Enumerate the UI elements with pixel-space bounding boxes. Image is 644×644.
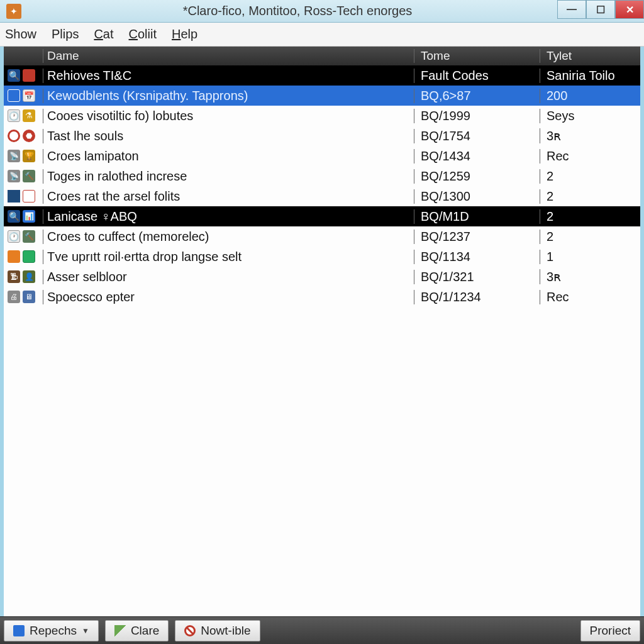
chart-icon (23, 210, 35, 223)
nowtible-button[interactable]: Nowt-ible (175, 620, 260, 641)
menu-cat[interactable]: Cat (94, 27, 113, 42)
menu-coliit[interactable]: Coliit (129, 27, 157, 42)
table-row[interactable]: Toges in ralothed increseBQ/12592 (4, 166, 640, 186)
row-name: Rehioves TI&C (43, 69, 414, 83)
project-button[interactable]: Proriect (580, 620, 640, 641)
clock-icon (8, 230, 20, 243)
table-row[interactable]: Tast lhe soulsBQ/17543ʀ (4, 126, 640, 146)
row-name: Kewodblents (Krsnipathy. Tapprons) (43, 89, 414, 103)
menu-help[interactable]: Help (172, 27, 197, 42)
menu-show[interactable]: Show (5, 27, 36, 42)
trophy-icon (23, 150, 35, 162)
green-icon (23, 250, 35, 263)
row-name: Cooes visotiltic fo) lobutes (43, 109, 414, 123)
row-tylet: Rec (540, 149, 640, 164)
row-icons (4, 69, 43, 82)
table-row[interactable]: Croes to cuffect (memorelec)BQ/12372 (4, 226, 640, 247)
row-icons (4, 109, 43, 122)
printer-icon (8, 291, 20, 303)
statusbar: Repechs ▼ Clare Nowt-ible Proriect (0, 616, 644, 644)
table-row[interactable]: Tve uprıtt roil·ertta drop langse seltBQ… (4, 247, 640, 267)
row-tylet: Seys (540, 109, 640, 123)
repechs-label: Repechs (30, 624, 77, 638)
row-tome: BQ/1134 (414, 250, 540, 264)
row-icons (4, 130, 43, 142)
row-name: Croes rat the arsel folits (43, 189, 414, 204)
col-tome-header[interactable]: Tome (414, 49, 540, 63)
row-name: Croes lamipaton (43, 149, 414, 164)
menu-plips[interactable]: Plips (52, 27, 79, 42)
project-label: Proriect (590, 624, 631, 638)
bluebar-icon (8, 190, 20, 203)
table-row[interactable]: Cooes visotiltic fo) lobutesBQ/1999Seys (4, 106, 640, 126)
content-area: Dame Tome Tylet Rehioves TI&CFault Codes… (0, 47, 644, 616)
row-tylet: 2 (540, 169, 640, 184)
row-name: Asser selbloor (43, 270, 414, 284)
row-icons (4, 291, 43, 303)
redcirc-icon (8, 130, 20, 142)
row-tome: Fault Codes (414, 69, 540, 83)
clare-button[interactable]: Clare (105, 620, 169, 641)
flask-icon (23, 109, 35, 122)
row-icons (4, 150, 43, 162)
dropdown-caret-icon: ▼ (82, 626, 89, 635)
row-tome: BQ/1/1234 (414, 290, 540, 304)
minimize-button[interactable]: — (557, 0, 586, 19)
row-tome: BQ/1237 (414, 230, 540, 244)
row-icons (4, 170, 43, 182)
app-window: *Claro-fico, Montitoo, Ross-Tech enorges… (0, 0, 644, 644)
nowtible-label: Nowt-ible (201, 624, 250, 638)
row-tome: BQ/1300 (414, 189, 540, 204)
row-icons (4, 230, 43, 243)
close-button[interactable]: ✕ (615, 0, 644, 19)
data-table: Dame Tome Tylet Rehioves TI&CFault Codes… (4, 47, 640, 307)
window-title: *Claro-fico, Montitoo, Ross-Tech enorges (26, 4, 644, 18)
clare-label: Clare (131, 624, 159, 638)
repechs-button[interactable]: Repechs ▼ (4, 620, 99, 641)
nowtible-icon (184, 625, 196, 636)
row-tylet: 1 (540, 250, 640, 264)
monitor-icon (23, 291, 35, 303)
person-icon (23, 270, 35, 283)
row-name: Tve uprıtt roil·ertta drop langse selt (43, 250, 414, 264)
blue-icon (8, 89, 20, 102)
magnify-icon (8, 210, 20, 223)
menubar: Show Plips Cat Coliit Help (0, 23, 644, 47)
table-row[interactable]: Rehioves TI&CFault CodesSaniria Toilo (4, 65, 640, 86)
col-tylet-header[interactable]: Tylet (540, 49, 640, 63)
col-name-header[interactable]: Dame (43, 49, 414, 63)
row-tome: BQ/1434 (414, 149, 540, 164)
whitebox-icon (23, 190, 35, 203)
ant-icon (8, 170, 20, 182)
magnify-icon (8, 69, 20, 82)
row-tylet: Rec (540, 290, 640, 304)
row-name: Spoecsco epter (43, 290, 414, 304)
row-icons (4, 210, 43, 223)
maximize-button[interactable]: ☐ (586, 0, 615, 19)
window-controls: — ☐ ✕ (557, 0, 644, 19)
table-row[interactable]: Asser selbloorBQ/1/3213ʀ (4, 267, 640, 287)
row-tylet: 200 (540, 89, 640, 103)
orange-icon (8, 250, 20, 263)
table-row[interactable]: Croes lamipatonBQ/1434Rec (4, 146, 640, 166)
clock-icon (8, 109, 20, 122)
row-icons (4, 270, 43, 283)
table-row[interactable]: Spoecsco epterBQ/1/1234Rec (4, 287, 640, 307)
row-tylet: 2 (540, 189, 640, 204)
row-tome: BQ/1/321 (414, 270, 540, 284)
stop-icon (23, 130, 35, 142)
table-row[interactable]: Croes rat the arsel folitsBQ/13002 (4, 186, 640, 206)
titlebar: *Claro-fico, Montitoo, Ross-Tech enorges… (0, 0, 644, 23)
ant-icon (8, 150, 20, 162)
table-row[interactable]: Kewodblents (Krsnipathy. Tapprons)BQ,6>8… (4, 86, 640, 106)
table-row[interactable]: Lanicase ♀ABQBQ/M1D2 (4, 206, 640, 226)
cal-icon (23, 89, 35, 102)
row-tome: BQ/1754 (414, 129, 540, 143)
row-tome: BQ/1999 (414, 109, 540, 123)
brown-icon (8, 270, 20, 283)
app-icon (6, 4, 21, 19)
row-name: Croes to cuffect (memorelec) (43, 230, 414, 244)
row-tome: BQ/1259 (414, 169, 540, 184)
row-icons (4, 250, 43, 263)
row-name: Lanicase ♀ABQ (43, 209, 414, 224)
